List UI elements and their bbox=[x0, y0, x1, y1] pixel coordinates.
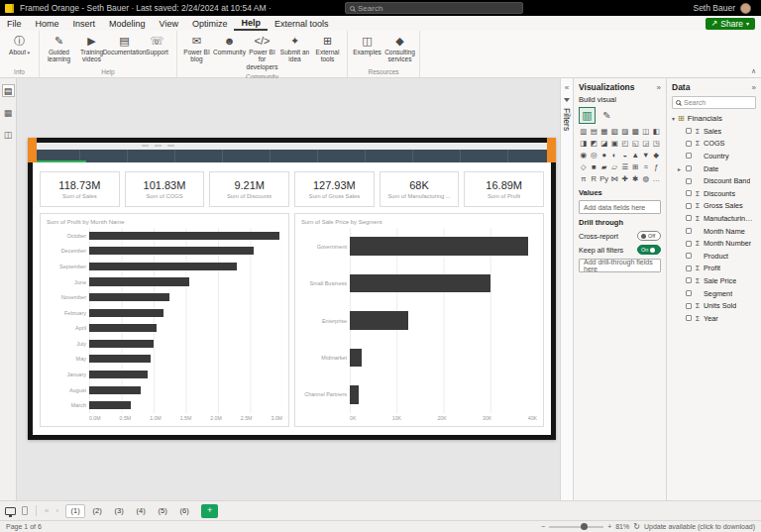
bar-row[interactable]: Channel Partners bbox=[301, 376, 537, 413]
bar-row[interactable]: April bbox=[47, 320, 282, 336]
field-checkbox[interactable] bbox=[686, 290, 692, 296]
field-checkbox[interactable] bbox=[686, 178, 692, 184]
visual-type-icon[interactable]: π bbox=[579, 173, 589, 184]
report-canvas[interactable]: 118.73M Sum of Sales 101.83M Sum of COGS… bbox=[17, 78, 560, 500]
visual-type-icon[interactable]: ƒ bbox=[652, 161, 662, 172]
menu-file[interactable]: File bbox=[0, 16, 29, 31]
visual-type-icon[interactable]: R bbox=[590, 173, 599, 184]
field-row[interactable]: Country bbox=[672, 150, 756, 162]
submit-an-idea-button[interactable]: ✦ Submit an idea bbox=[278, 33, 311, 65]
visual-type-icon[interactable]: ▧ bbox=[610, 126, 620, 137]
data-search-input[interactable] bbox=[684, 99, 752, 106]
bar-row[interactable]: January bbox=[47, 367, 282, 382]
bar[interactable] bbox=[89, 355, 151, 363]
kpi-card[interactable]: 118.73M Sum of Sales bbox=[40, 171, 120, 207]
visual-type-icon[interactable]: ◨ bbox=[579, 138, 589, 149]
menu-home[interactable]: Home bbox=[29, 16, 66, 31]
field-checkbox[interactable] bbox=[686, 303, 692, 309]
page-tab[interactable]: (3) bbox=[109, 504, 129, 518]
bar-row[interactable]: September bbox=[47, 259, 282, 274]
visual-type-icon[interactable]: ◧ bbox=[652, 126, 662, 137]
visual-type-icon[interactable]: ✚ bbox=[620, 173, 630, 184]
cross-report-toggle[interactable]: Off bbox=[637, 231, 661, 241]
visual-type-icon[interactable]: ▥ bbox=[579, 126, 589, 137]
bar[interactable] bbox=[350, 311, 408, 330]
bar-row[interactable]: October bbox=[47, 228, 282, 244]
visual-type-icon[interactable]: ▣ bbox=[610, 138, 620, 149]
filters-pane-collapsed[interactable]: « Filters bbox=[560, 78, 573, 500]
field-row[interactable]: Σ Gross Sales bbox=[672, 200, 756, 213]
field-row[interactable]: Σ Manufacturing P... bbox=[672, 212, 756, 225]
visual-type-icon[interactable]: ▩ bbox=[631, 126, 641, 137]
kpi-card[interactable]: 127.93M Sum of Gross Sales bbox=[294, 171, 375, 207]
bar[interactable] bbox=[89, 324, 157, 332]
visual-type-icon[interactable]: ◳ bbox=[652, 138, 662, 149]
field-checkbox[interactable] bbox=[686, 241, 692, 247]
visual-type-icon[interactable]: … bbox=[652, 173, 662, 184]
visual-type-icon[interactable]: ◱ bbox=[631, 138, 641, 149]
menu-help[interactable]: Help bbox=[234, 16, 268, 31]
expand-filters-icon[interactable]: « bbox=[565, 83, 569, 92]
field-row[interactable]: Σ Discounts bbox=[672, 187, 756, 200]
menu-modeling[interactable]: Modeling bbox=[102, 16, 153, 31]
visual-type-icon[interactable]: ▱ bbox=[610, 161, 620, 172]
chart-profit-by-month[interactable]: Sum of Profit by Month Name OctoberDecem… bbox=[40, 213, 289, 427]
global-search-box[interactable] bbox=[345, 2, 523, 14]
visual-type-icon[interactable]: ◩ bbox=[590, 138, 599, 149]
visual-type-icon[interactable]: ◪ bbox=[599, 138, 609, 149]
field-checkbox[interactable] bbox=[686, 190, 692, 196]
field-row[interactable]: ▸ Date bbox=[672, 162, 756, 175]
bar-row[interactable]: Small Business bbox=[301, 265, 537, 301]
visual-type-icon[interactable]: ▰ bbox=[599, 161, 609, 172]
menu-external-tools[interactable]: External tools bbox=[268, 16, 336, 31]
consulting-services-button[interactable]: ◆ Consulting services bbox=[383, 33, 416, 65]
chevron-down-icon[interactable]: ▾ bbox=[672, 115, 675, 122]
report-nav-bar[interactable] bbox=[33, 150, 551, 162]
field-checkbox[interactable] bbox=[686, 153, 692, 159]
bar-row[interactable]: June bbox=[47, 274, 282, 290]
first-page-icon[interactable]: « bbox=[43, 506, 51, 515]
page-tab[interactable]: (2) bbox=[87, 504, 107, 518]
share-button[interactable]: ↗ Share ▾ bbox=[706, 18, 755, 30]
kpi-card[interactable]: 9.21M Sum of Discounts bbox=[209, 171, 289, 207]
field-checkbox[interactable] bbox=[686, 141, 692, 147]
visual-type-icon[interactable]: ◐ bbox=[610, 150, 620, 160]
field-checkbox[interactable] bbox=[686, 253, 692, 259]
bar-row[interactable]: August bbox=[47, 382, 282, 398]
bar[interactable] bbox=[89, 309, 163, 317]
page-tab[interactable]: (1) bbox=[65, 504, 85, 518]
visual-type-icon[interactable]: ≈ bbox=[641, 161, 651, 172]
report-view-icon[interactable]: ▤ bbox=[2, 84, 15, 97]
page-tab[interactable]: (5) bbox=[153, 504, 172, 518]
bar-row[interactable]: July bbox=[47, 336, 282, 352]
visual-type-icon[interactable]: ▤ bbox=[590, 126, 599, 137]
field-row[interactable]: Σ Profit bbox=[672, 263, 756, 275]
visual-type-icon[interactable]: ▲ bbox=[631, 150, 641, 160]
bar-row[interactable]: May bbox=[47, 352, 282, 368]
mobile-view-icon[interactable] bbox=[22, 506, 28, 515]
keep-all-filters-toggle[interactable]: On bbox=[637, 245, 661, 255]
kpi-card[interactable]: 16.89M Sum of Profit bbox=[464, 171, 544, 207]
format-visual-tab[interactable]: ✎ bbox=[598, 107, 615, 124]
bar[interactable] bbox=[350, 385, 359, 404]
bar[interactable] bbox=[89, 340, 154, 348]
bar[interactable] bbox=[89, 401, 131, 409]
values-field-well[interactable]: Add data fields here bbox=[579, 200, 661, 214]
kpi-card[interactable]: 101.83M Sum of COGS bbox=[125, 171, 205, 207]
visual-type-icon[interactable]: ◍ bbox=[641, 173, 651, 184]
collapse-ribbon-icon[interactable]: ∧ bbox=[751, 67, 756, 75]
visual-type-icon[interactable]: ▼ bbox=[641, 150, 651, 160]
zoom-in-button[interactable]: + bbox=[607, 523, 611, 530]
field-checkbox[interactable] bbox=[686, 203, 692, 209]
visual-type-icon[interactable]: ▦ bbox=[599, 126, 609, 137]
field-row[interactable]: Σ COGS bbox=[672, 138, 756, 151]
visual-type-icon[interactable]: ● bbox=[599, 150, 609, 160]
field-row[interactable]: Σ Units Sold bbox=[672, 299, 756, 312]
visual-type-icon[interactable]: ▨ bbox=[620, 126, 630, 137]
update-available-link[interactable]: Update available (click to download) bbox=[644, 523, 755, 530]
support-button[interactable]: ☏ Support bbox=[141, 33, 173, 57]
visual-type-icon[interactable]: ■ bbox=[590, 161, 599, 172]
search-input[interactable] bbox=[358, 4, 518, 13]
field-row[interactable]: Discount Band bbox=[672, 174, 756, 187]
bar-row[interactable]: Midmarket bbox=[301, 339, 537, 375]
